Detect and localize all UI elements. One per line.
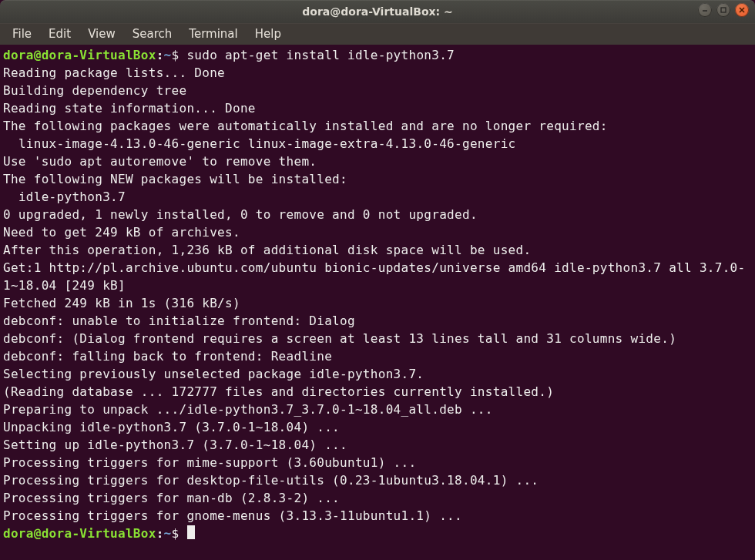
cursor-block (187, 525, 195, 539)
svg-rect-1 (721, 8, 726, 12)
menu-help[interactable]: Help (247, 25, 289, 43)
menu-terminal[interactable]: Terminal (181, 25, 245, 43)
prompt-path-2: ~ (164, 526, 172, 541)
minimize-icon (701, 6, 709, 14)
close-button[interactable] (735, 3, 749, 17)
prompt-user-host: dora@dora-VirtualBox (3, 48, 156, 62)
terminal-window: dora@dora-VirtualBox: ~ File Edit View S… (0, 0, 755, 560)
command-text: sudo apt-get install idle-python3.7 (186, 48, 455, 62)
window-controls (698, 3, 749, 17)
titlebar[interactable]: dora@dora-VirtualBox: ~ (0, 0, 755, 23)
close-icon (738, 6, 746, 14)
menu-edit[interactable]: Edit (41, 25, 79, 43)
window-title: dora@dora-VirtualBox: ~ (0, 5, 755, 18)
terminal-output: Reading package lists... Done Building d… (3, 65, 745, 523)
maximize-icon (720, 6, 727, 14)
prompt-colon: : (156, 48, 164, 62)
prompt-user-host-2: dora@dora-VirtualBox (3, 526, 156, 541)
maximize-button[interactable] (716, 3, 730, 17)
menubar: File Edit View Search Terminal Help (0, 23, 755, 45)
prompt-colon-2: : (156, 526, 164, 541)
prompt-path: ~ (164, 48, 172, 62)
menu-file[interactable]: File (5, 25, 39, 43)
terminal-body[interactable]: dora@dora-VirtualBox:~$ sudo apt-get ins… (0, 45, 755, 560)
menu-search[interactable]: Search (125, 25, 180, 43)
prompt-symbol: $ (172, 48, 180, 62)
menu-view[interactable]: View (80, 25, 123, 43)
minimize-button[interactable] (698, 3, 712, 17)
prompt-symbol-2: $ (172, 526, 180, 541)
